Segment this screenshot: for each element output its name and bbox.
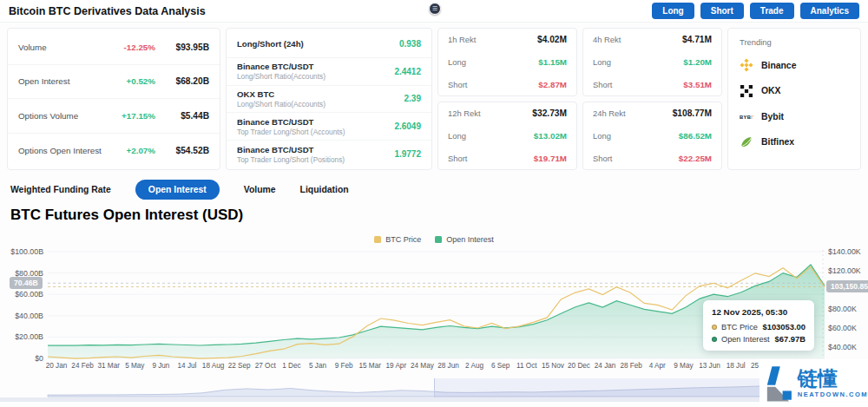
rekt-total-value: $108.77M — [673, 108, 712, 118]
ratio-value: 0.938 — [399, 39, 421, 49]
rekt-short-row: Short$19.71M — [448, 154, 567, 163]
header-actions: LongShortTradeAnalytics — [652, 3, 859, 19]
ratio-subtitle: Top Trader Long/Short (Accounts) — [237, 128, 394, 136]
rekt-card: 1h Rekt$4.02MLong$1.15MShort$2.87M — [437, 28, 577, 96]
short-button[interactable]: Short — [700, 3, 744, 19]
ratio-value: 2.4412 — [394, 67, 421, 76]
rekt-header-row: 1h Rekt$4.02M — [448, 35, 567, 44]
watermark-domain: NEATDOWN.COM — [798, 391, 868, 398]
chart-tabs: Weighted Funding RateOpen InterestVolume… — [10, 178, 349, 200]
metric-value: $93.95B — [155, 43, 209, 52]
neatdown-logo-icon — [765, 364, 792, 403]
left-axis-tick: $20.00B — [0, 332, 43, 341]
x-axis: 20 Jan24 Feb31 Mar5 May9 Jun14 Jul18 Aug… — [0, 362, 868, 372]
x-axis-tick: 15 Mar — [355, 362, 385, 370]
trending-title: Trending — [740, 37, 849, 47]
page-title: Bitcoin BTC Derivatives Data Analysis — [9, 5, 206, 17]
legend-swatch-icon — [435, 236, 442, 243]
tooltip-series-dot-icon — [712, 325, 717, 330]
rekt-short-value: $22.25M — [679, 154, 712, 163]
trade-button[interactable]: Trade — [750, 3, 794, 19]
btc-price-current-badge: 103,150.85 — [826, 280, 868, 292]
derivatives-dashboard: Bitcoin BTC Derivatives Data Analysis Lo… — [0, 0, 868, 407]
ratio-name: Binance BTC/USDT — [237, 62, 394, 71]
rekt-long-label: Long — [593, 131, 679, 141]
metric-row: Options Volume+17.15%$5.44B — [8, 99, 220, 134]
ratio-value: 2.39 — [404, 94, 421, 103]
metric-change: -12.25% — [107, 43, 155, 52]
binance-icon — [740, 58, 753, 72]
trending-item-bitfinex[interactable]: Bitfinex — [740, 135, 849, 149]
ratio-row: OKX BTCLong/Short Ratio(Accounts)2.39 — [227, 86, 431, 114]
right-axis-tick: $120.00K — [828, 266, 868, 275]
left-axis-tick: $60.00B — [0, 290, 43, 299]
rekt-long-row: Long$13.02M — [448, 131, 567, 141]
watermark-brand: 链懂 — [798, 368, 868, 389]
chart-navigator[interactable] — [0, 378, 868, 397]
x-axis-tick: 22 Sep — [225, 362, 254, 370]
rekt-total-value: $4.71M — [682, 35, 712, 44]
ratio-subtitle: Long/Short Ratio(Accounts) — [237, 72, 394, 81]
metric-label: Volume — [18, 43, 107, 52]
metric-change: +0.52% — [107, 76, 155, 86]
left-axis-tick: $100.00B — [0, 247, 43, 256]
metric-change: +2.07% — [107, 146, 155, 155]
x-axis-tick: 19 Apr — [381, 362, 411, 370]
x-axis-tick: 6 Sep — [486, 362, 516, 370]
tab-open-interest[interactable]: Open Interest — [135, 180, 220, 200]
rekt-period-label: 12h Rekt — [448, 108, 532, 118]
navigator-handle-icon[interactable]: ☰ — [429, 3, 441, 15]
chart-title: BTC Futures Open Interest (USD) — [10, 207, 243, 224]
left-axis-tick: $40.00B — [0, 312, 43, 320]
x-axis-tick: 24 May — [407, 362, 437, 370]
legend-label: Open Interest — [446, 235, 494, 244]
tooltip-series-name: Open Interest — [721, 335, 771, 344]
legend-swatch-icon — [374, 236, 381, 243]
rekt-total-value: $32.73M — [532, 108, 567, 118]
tooltip-series-name: BTC Price — [721, 323, 758, 332]
metric-row: Volume-12.25%$93.95B — [8, 30, 220, 65]
x-axis-tick: 27 Oct — [251, 362, 280, 370]
watermark: 链懂 NEATDOWN.COM — [760, 359, 868, 407]
x-axis-tick: 24 Feb — [68, 362, 97, 370]
ratio-name-wrap: Binance BTC/USDTLong/Short Ratio(Account… — [237, 62, 394, 81]
rekt-cards-grid: 1h Rekt$4.02MLong$1.15MShort$2.87M4h Rek… — [437, 28, 722, 170]
navigator-track[interactable] — [0, 397, 868, 402]
x-axis-tick: 28 Jun — [434, 362, 464, 370]
tab-volume[interactable]: Volume — [244, 185, 276, 194]
long-short-ratios-card: Long/Short (24h)0.938Binance BTC/USDTLon… — [226, 28, 432, 170]
open-interest-current-badge: 70.46B — [10, 277, 43, 289]
trending-card: Trending BinanceOKXBYBITBybitBitfinex — [727, 28, 861, 170]
rekt-period-label: 4h Rekt — [593, 35, 682, 44]
rekt-long-row: Long$1.20M — [593, 57, 712, 67]
bitfinex-icon — [740, 135, 753, 149]
x-axis-tick: 15 Nov — [538, 362, 568, 370]
rekt-total-value: $4.02M — [537, 35, 567, 44]
rekt-short-value: $2.87M — [538, 80, 567, 89]
legend-item-open-interest[interactable]: Open Interest — [435, 235, 494, 244]
trending-item-bybit[interactable]: BYBITBybit — [740, 109, 849, 123]
metric-label: Open Interest — [18, 76, 107, 86]
long-button[interactable]: Long — [652, 3, 694, 19]
trending-item-label: Binance — [761, 61, 796, 70]
trending-item-binance[interactable]: Binance — [740, 58, 849, 72]
trending-item-okx[interactable]: OKX — [740, 84, 849, 98]
tooltip-rows: BTC Price$103053.00Open Interest$67.97B — [712, 322, 806, 344]
trending-item-label: Bybit — [761, 112, 784, 121]
trending-items: BinanceOKXBYBITBybitBitfinex — [740, 47, 849, 161]
rekt-long-label: Long — [448, 131, 534, 141]
x-axis-tick: 9 Feb — [329, 362, 358, 370]
bybit-icon: BYBIT — [740, 109, 753, 123]
ratio-name: Binance BTC/USDT — [237, 117, 394, 127]
tooltip-date: 12 Nov 2025, 05:30 — [712, 307, 806, 317]
analytics-button[interactable]: Analytics — [800, 3, 859, 19]
x-axis-tick: 11 Oct — [512, 362, 542, 370]
ratio-value: 2.6049 — [394, 121, 421, 131]
rekt-long-value: $1.15M — [538, 57, 567, 67]
x-axis-tick: 5 Jan — [303, 362, 332, 370]
rekt-long-label: Long — [593, 57, 683, 67]
tab-liquidation[interactable]: Liquidation — [300, 185, 349, 194]
right-axis-tick: $60.00K — [828, 324, 868, 332]
tab-weighted-funding-rate[interactable]: Weighted Funding Rate — [10, 185, 111, 194]
legend-item-btc-price[interactable]: BTC Price — [374, 235, 421, 244]
